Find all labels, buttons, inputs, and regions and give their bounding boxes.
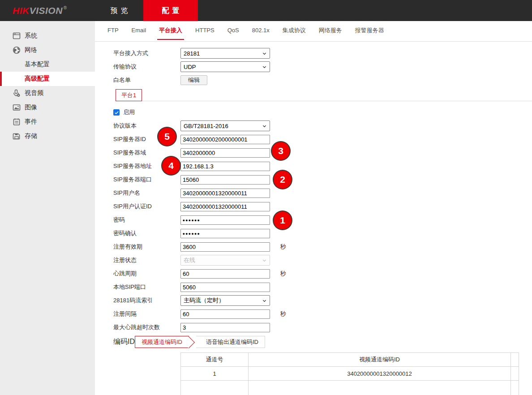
form-row-password: 密码 <box>113 213 532 227</box>
local-sip-port-input[interactable] <box>180 283 270 292</box>
tab-qos[interactable]: QoS <box>227 26 239 36</box>
settings-tabstrip: FTP Email 平台接入 HTTPS QoS 802.1x 集成协议 网络服… <box>95 21 532 42</box>
seconds-unit: 秒 <box>280 310 286 318</box>
sidebar-item-basic-config[interactable]: 基本配置 <box>0 57 95 72</box>
tab-network-service[interactable]: 网络服务 <box>319 26 342 37</box>
video-channel-id-cell[interactable]: 34020000001320000012 <box>249 367 511 381</box>
sidebar-item-event[interactable]: 事件 <box>0 115 95 129</box>
form-row-whitelist: 白名单 编辑 <box>113 73 532 87</box>
sidebar-item-label: 图像 <box>25 103 37 112</box>
form-row-transport-protocol: 传输协议 UDP <box>113 60 532 73</box>
chevron-down-icon <box>262 298 267 303</box>
enable-checkbox[interactable] <box>113 109 120 116</box>
tab-email[interactable]: Email <box>132 26 146 36</box>
empty-cell <box>181 381 249 395</box>
tab-8021x[interactable]: 802.1x <box>252 26 270 36</box>
sip-server-port-input[interactable] <box>180 175 270 185</box>
form-row-protocol-version: 协议版本 GB/T28181-2016 <box>113 119 532 133</box>
field-label: 最大心跳超时次数 <box>113 323 180 331</box>
audio-output-channel-encoding-tab[interactable]: 语音输出通道编码ID <box>196 336 265 348</box>
sidebar-item-label: 存储 <box>25 132 37 140</box>
form-row-max-heartbeat-timeout: 最大心跳超时次数 <box>113 321 532 334</box>
register-interval-input[interactable] <box>180 309 270 319</box>
channel-number-cell[interactable]: 1 <box>181 367 249 381</box>
stream-index-select[interactable]: 主码流（定时） <box>180 295 270 306</box>
sidebar-item-image[interactable]: 图像 <box>0 100 95 115</box>
form-row-sip-server-domain: SIP服务器域 <box>113 146 532 159</box>
tab-integration-protocol[interactable]: 集成协议 <box>283 26 306 37</box>
form-row-register-validity: 注册有效期 秒 <box>113 240 532 253</box>
whitelist-edit-button[interactable]: 编辑 <box>180 75 207 85</box>
sidebar-item-system[interactable]: 系统 <box>0 29 95 43</box>
sidebar-item-label: 网络 <box>25 46 37 54</box>
field-label: 心跳周期 <box>113 270 180 278</box>
top-nav: 预览 配置 <box>95 0 198 21</box>
password-input[interactable] <box>180 215 270 225</box>
annotation-circle-1: 1 <box>274 211 292 229</box>
sidebar-item-advanced-config[interactable]: 高级配置 <box>0 72 95 86</box>
sidebar-item-network[interactable]: 网络 <box>0 43 95 57</box>
form-row-sip-server-id: SIP服务器ID <box>113 133 532 146</box>
sip-server-domain-input[interactable] <box>180 148 270 158</box>
sidebar-item-label: 事件 <box>25 118 37 126</box>
seconds-unit: 秒 <box>280 243 286 251</box>
nav-tab-config[interactable]: 配置 <box>143 0 198 21</box>
sip-auth-id-input[interactable] <box>180 202 270 211</box>
select-value: GB/T28181-2016 <box>184 123 228 129</box>
video-channel-encoding-tab[interactable]: 视频通道编码ID <box>135 336 189 348</box>
logo-registered-mark: ® <box>64 5 67 10</box>
sip-server-address-input[interactable] <box>180 162 270 171</box>
tab-ftp[interactable]: FTP <box>107 26 119 36</box>
platform-access-form: 平台接入方式 28181 传输协议 UDP 白名单 编辑 平台1 <box>95 42 532 395</box>
select-value: 28181 <box>184 50 200 57</box>
form-row-heartbeat-period: 心跳周期 秒 <box>113 267 532 280</box>
sip-server-id-input[interactable] <box>180 135 270 144</box>
select-value: UDP <box>184 64 196 70</box>
tab-https[interactable]: HTTPS <box>195 26 215 36</box>
page: HIKVISION® 预览 配置 系统 网络 基本配置 高级配置 <box>0 0 532 395</box>
heartbeat-period-input[interactable] <box>180 269 270 279</box>
table-cell-spacer <box>511 381 519 395</box>
table-row: 1 34020000001320000012 <box>181 367 519 381</box>
channel-number-header: 通道号 <box>181 353 249 367</box>
form-row-platform-access-mode: 平台接入方式 28181 <box>113 47 532 60</box>
image-icon <box>13 103 21 112</box>
encoding-id-tabs: 视频通道编码ID 语音输出通道编码ID <box>135 336 265 348</box>
select-value: 主码流（定时） <box>184 296 224 305</box>
register-validity-input[interactable] <box>180 242 270 252</box>
sip-username-input[interactable] <box>180 189 270 198</box>
field-label: 传输协议 <box>113 63 180 71</box>
transport-protocol-select[interactable]: UDP <box>180 61 270 72</box>
logo-vision: VISION <box>30 5 63 16</box>
content-panel: FTP Email 平台接入 HTTPS QoS 802.1x 集成协议 网络服… <box>95 21 532 395</box>
sidebar-item-audio-video[interactable]: 视音频 <box>0 86 95 100</box>
platform1-tab[interactable]: 平台1 <box>116 89 142 101</box>
field-label: 注册间隔 <box>113 310 180 318</box>
table-row-empty <box>181 381 519 395</box>
field-label: 注册有效期 <box>113 243 180 251</box>
platform-access-mode-select[interactable]: 28181 <box>180 48 270 59</box>
tab-alarm-server[interactable]: 报警服务器 <box>355 26 384 37</box>
form-row-sip-server-port: SIP服务器端口 <box>113 173 532 186</box>
nav-tab-preview[interactable]: 预览 <box>95 0 143 21</box>
topbar: HIKVISION® 预览 配置 <box>0 0 532 21</box>
max-heartbeat-timeout-input[interactable] <box>180 323 270 332</box>
table-header-row: 通道号 视频通道编码ID <box>181 353 519 367</box>
select-value: 在线 <box>184 256 195 264</box>
sidebar-item-storage[interactable]: 存储 <box>0 129 95 143</box>
seconds-unit: 秒 <box>280 270 286 278</box>
sidebar-item-label: 基本配置 <box>25 60 50 69</box>
divider <box>116 101 532 101</box>
form-row-encoding-id: 编码ID 视频通道编码ID 语音输出通道编码ID <box>113 336 532 348</box>
field-label: 编码ID <box>113 337 135 347</box>
tab-platform-access[interactable]: 平台接入 <box>159 26 182 37</box>
protocol-version-select[interactable]: GB/T28181-2016 <box>180 120 270 131</box>
field-label: 28181码流索引 <box>113 296 180 305</box>
field-label: SIP用户认证ID <box>113 202 180 210</box>
form-row-stream-index: 28181码流索引 主码流（定时） <box>113 294 532 307</box>
network-globe-icon <box>13 46 21 54</box>
form-row-sip-username: SIP用户名 <box>113 186 532 200</box>
register-status-select: 在线 <box>180 255 270 266</box>
video-channel-id-header: 视频通道编码ID <box>249 353 511 367</box>
password-confirm-input[interactable] <box>180 229 270 238</box>
